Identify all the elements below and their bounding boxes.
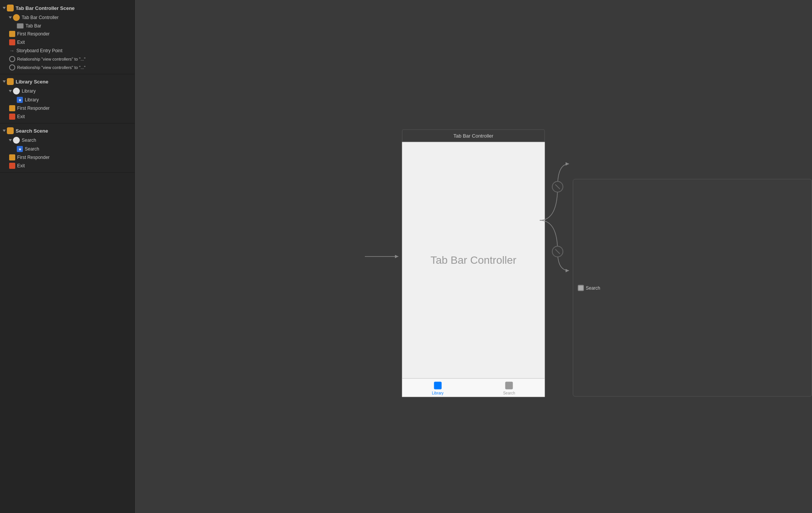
scene-group-tab-bar-controller: Tab Bar Controller Scene Tab Bar Control… (0, 2, 134, 74)
tree-item-library-vc[interactable]: Library (0, 87, 134, 96)
vc-label-search: Search (586, 285, 600, 290)
tree-label-tab-bar: Tab Bar (26, 23, 41, 29)
triangle-icon (9, 90, 12, 92)
yellow-box-icon-search (7, 127, 14, 134)
exit-icon-3 (9, 163, 15, 169)
tree-item-exit-2[interactable]: Exit (0, 112, 134, 121)
tree-label-tab-bar-controller: Tab Bar Controller (22, 15, 59, 20)
triangle-icon (3, 7, 6, 9)
tree-label-search-vc: Search (22, 138, 36, 143)
tree-item-relationship-1[interactable]: Relationship "view controllers" to "..." (0, 55, 134, 63)
tab-bar-bottom: Library Search (402, 378, 545, 397)
tree-item-exit-1[interactable]: Exit (0, 38, 134, 46)
sidebar: Tab Bar Controller Scene Tab Bar Control… (0, 0, 135, 513)
first-responder-icon-3 (9, 154, 15, 160)
vc-badge-search[interactable]: Search (573, 179, 812, 397)
tree-item-relationship-2[interactable]: Relationship "view controllers" to "..." (0, 63, 134, 72)
tree-label-search-item: Search (25, 146, 39, 152)
entry-arrow-svg (365, 253, 403, 260)
arrow-icon: → (9, 48, 14, 54)
tree-label-exit-1: Exit (17, 40, 25, 45)
triangle-icon (9, 16, 12, 19)
iphone-mockup: Tab Bar Controller Tab Bar Controller Li… (402, 130, 545, 384)
svg-line-8 (555, 249, 560, 254)
tree-item-first-responder-1[interactable]: First Responder (0, 30, 134, 38)
iphone-title: Tab Bar Controller (454, 133, 494, 139)
tree-label-first-responder-3: First Responder (17, 155, 50, 160)
tab-library-icon (433, 381, 442, 390)
svg-point-6 (552, 246, 563, 257)
tree-item-tab-bar-controller[interactable]: Tab Bar Controller (0, 13, 134, 22)
scene-group-library: Library Scene Library ★ Library First Re… (0, 75, 134, 123)
scene-header-search[interactable]: Search Scene (0, 124, 134, 136)
scene-group-search: Search Scene Search ★ Search First Respo… (0, 124, 134, 173)
exit-icon-1 (9, 39, 15, 45)
star-icon-library: ★ (17, 97, 23, 103)
relation-icon-1 (9, 56, 15, 62)
main-canvas[interactable]: Tab Bar Controller Tab Bar Controller Li… (135, 0, 812, 513)
orange-circle-icon (13, 14, 20, 21)
svg-rect-10 (579, 285, 583, 290)
first-responder-icon-1 (9, 31, 15, 37)
tree-label-first-responder-2: First Responder (17, 106, 50, 111)
tree-item-search-vc[interactable]: Search (0, 136, 134, 145)
scene-header-tab-bar-controller[interactable]: Tab Bar Controller Scene (0, 2, 134, 13)
tab-bar-icon (17, 23, 24, 29)
tab-item-search[interactable]: Search (473, 381, 545, 395)
triangle-icon (9, 139, 12, 141)
triangle-icon (3, 80, 6, 83)
svg-point-5 (552, 181, 563, 192)
tab-search-label: Search (503, 391, 515, 395)
tree-label-relationship-2: Relationship "view controllers" to "..." (17, 65, 85, 70)
svg-rect-2 (434, 382, 441, 389)
iphone-screen-label: Tab Bar Controller (430, 254, 516, 266)
tab-item-library[interactable]: Library (402, 381, 474, 395)
tree-label-exit-3: Exit (17, 163, 25, 168)
relation-icon-2 (9, 64, 15, 71)
tree-item-first-responder-3[interactable]: First Responder (0, 153, 134, 162)
white-circle-icon-search (13, 137, 20, 144)
tree-label-library-vc: Library (22, 88, 36, 94)
vc-search-svg (579, 285, 583, 290)
tree-item-storyboard-entry[interactable]: → Storyboard Entry Point (0, 46, 134, 55)
tree-item-first-responder-2[interactable]: First Responder (0, 104, 134, 112)
tree-label-storyboard-entry: Storyboard Entry Point (16, 48, 62, 53)
tree-item-library-item[interactable]: ★ Library (0, 96, 134, 104)
scene-label-search: Search Scene (16, 128, 48, 134)
tree-item-exit-3[interactable]: Exit (0, 162, 134, 170)
tree-label-library-item: Library (25, 97, 39, 103)
triangle-icon (3, 130, 6, 132)
white-circle-icon-library (13, 88, 20, 95)
exit-icon-2 (9, 114, 15, 120)
svg-line-7 (555, 184, 560, 189)
iphone-screen: Tab Bar Controller (402, 142, 545, 378)
tree-item-tab-bar[interactable]: Tab Bar (0, 22, 134, 30)
entry-arrow-container (365, 253, 403, 260)
iphone-title-bar: Tab Bar Controller (402, 130, 545, 142)
scene-label-library: Library Scene (16, 79, 48, 85)
tree-item-search-item[interactable]: ★ Search (0, 145, 134, 153)
tab-search-icon (505, 381, 514, 390)
yellow-box-icon (7, 5, 14, 11)
tree-label-exit-2: Exit (17, 114, 25, 119)
svg-rect-3 (505, 382, 513, 389)
star-icon-search: ★ (17, 146, 23, 152)
tab-library-label: Library (432, 391, 444, 395)
vc-icon-search (578, 285, 584, 291)
scene-label-tab-bar-controller: Tab Bar Controller Scene (16, 5, 75, 11)
tree-label-relationship-1: Relationship "view controllers" to "..." (17, 57, 85, 61)
first-responder-icon-2 (9, 105, 15, 111)
yellow-box-icon-library (7, 78, 14, 85)
tree-label-first-responder-1: First Responder (17, 31, 50, 37)
scene-header-library[interactable]: Library Scene (0, 75, 134, 87)
